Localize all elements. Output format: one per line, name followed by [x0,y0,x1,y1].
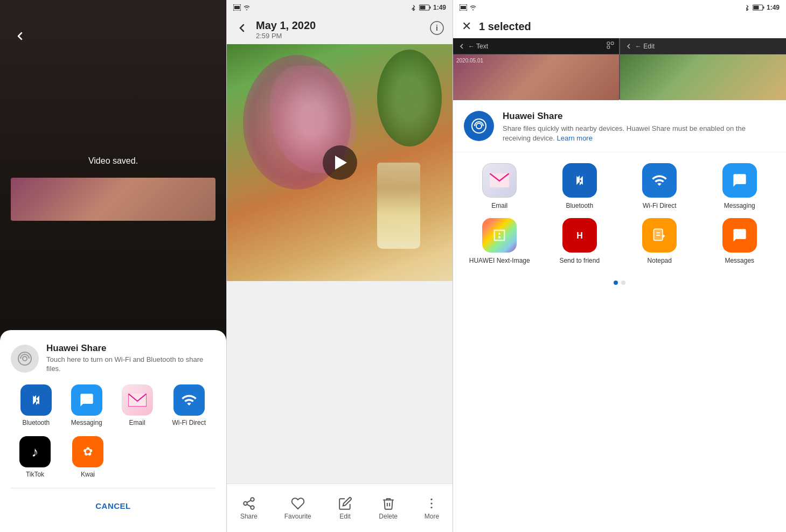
share-app-messaging[interactable]: Messaging [71,384,102,426]
svg-line-13 [247,504,251,506]
battery-icon [419,4,431,11]
panel3-app-huawei-image[interactable]: HUAWEI Next-Image [464,218,535,264]
bluetooth-status-icon [409,4,417,11]
share-app-wifidirect[interactable]: Wi-Fi Direct [172,384,206,426]
wifidirect-app-icon [173,384,205,416]
panel3-app-messages[interactable]: Messages [704,218,776,264]
wifidirect-label: Wi-Fi Direct [172,419,206,426]
panel3-wifidirect-icon [642,163,677,198]
share-apps-row1: Bluetooth Messaging Emai [11,384,215,426]
share-apps-row2: ♪ TikTok ✿ Kwai [11,436,215,478]
panel3-apps-grid: Email Bluetooth Wi-Fi Direct Messaging [453,152,786,275]
svg-rect-31 [654,229,663,241]
panel3-status-icons-right: 1:49 [743,4,780,11]
split-left-header: ← Text [453,38,619,54]
status-bar: 1:49 [227,0,453,15]
panel3-share-title: Huawei Share [503,111,775,122]
panel3-app-wifidirect[interactable]: Wi-Fi Direct [624,163,695,209]
cancel-button[interactable]: CANCEL [11,496,215,516]
tiktok-app-icon: ♪ [19,436,51,467]
svg-point-17 [431,506,433,508]
svg-text:H: H [576,231,583,240]
favourite-bottom-item[interactable]: Favourite [284,496,311,520]
svg-rect-25 [607,46,610,48]
huawei-share-icon [11,345,39,373]
play-button[interactable] [323,145,357,180]
back-button[interactable] [13,30,26,46]
gallery-date: May 1, 2020 [256,19,430,32]
delete-bottom-item[interactable]: Delete [379,496,398,520]
svg-point-26 [472,119,486,133]
split-right-header: ← Edit [620,38,786,54]
panel3-app-messaging[interactable]: Messaging [704,163,776,209]
drink-glass [377,163,420,249]
close-button[interactable]: ✕ [462,19,471,33]
svg-point-10 [251,498,254,501]
split-right-image [620,54,786,100]
panel3-huawei-image-label: HUAWEI Next-Image [469,257,530,264]
split-left-icon [606,41,615,51]
p3-time-display: 1:49 [767,4,780,11]
svg-point-27 [476,123,482,129]
wifi-icon [243,4,251,11]
divider [11,488,215,488]
panel3-email-label: Email [491,202,507,209]
svg-point-12 [251,506,254,509]
svg-point-15 [431,498,433,500]
split-left-panel: ← Text 2020.05.01 [453,38,619,100]
more-bottom-item[interactable]: More [425,496,439,520]
learn-more-link[interactable]: Learn more [557,134,592,142]
panel3-app-email[interactable]: Email [464,163,535,209]
panel3-send-friend-icon: H [562,218,597,253]
gallery-image[interactable] [227,44,453,281]
messaging-label: Messaging [71,419,102,426]
split-right-back-icon [624,42,633,51]
edit-label: Edit [339,513,351,520]
time-display: 1:49 [433,4,446,11]
split-right-label: ← Edit [635,43,655,50]
panel3-app-notepad[interactable]: Notepad [624,218,695,264]
share-sheet-header: Huawei Share Touch here to turn on Wi-Fi… [11,343,215,374]
gallery-time: 2:59 PM [256,32,430,40]
panel3-header: ✕ 1 selected [453,15,786,38]
split-left-image: 2020.05.01 [453,54,619,100]
p3-sim-icon [460,4,467,11]
more-label: More [425,513,439,520]
share-sheet-text: Huawei Share Touch here to turn on Wi-Fi… [46,343,215,374]
huawei-share-wifi-icon [471,118,487,134]
share-label: Share [240,513,258,520]
svg-rect-24 [611,42,614,45]
share-app-email[interactable]: Email [122,384,153,426]
gallery-header: May 1, 2020 2:59 PM i [227,15,453,44]
share-app-tiktok[interactable]: ♪ TikTok [19,436,51,478]
share-sheet-title: Huawei Share [46,343,215,354]
edit-bottom-item[interactable]: Edit [338,496,352,520]
tiktok-label: TikTok [26,471,44,478]
share-icon [242,496,256,510]
status-icons-left [233,4,251,11]
panel3-app-bluetooth[interactable]: Bluetooth [544,163,616,209]
video-thumbnail [11,178,215,221]
delete-label: Delete [379,513,398,520]
gallery-back-button[interactable] [235,22,248,38]
info-button[interactable]: i [430,21,444,38]
share-bottom-item[interactable]: Share [240,496,258,520]
svg-rect-22 [753,6,759,10]
split-left-back-icon [457,42,466,51]
delete-icon [381,496,395,510]
gallery-bottom-bar: Share Favourite Edit Delete [227,484,453,532]
messaging-app-icon [71,384,102,416]
svg-rect-4 [234,6,240,9]
panel3-share-description: Share files quickly with nearby devices.… [503,124,775,143]
panel3-status-icons-left [460,4,477,11]
share-app-bluetooth[interactable]: Bluetooth [20,384,52,426]
svg-line-14 [247,500,251,502]
p3-bluetooth-status-icon [743,4,750,11]
share-app-kwai[interactable]: ✿ Kwai [72,436,103,478]
panel3-huawei-image-icon [482,218,517,253]
panel3-app-send-friend[interactable]: H Send to friend [544,218,616,264]
panel3-share-text: Huawei Share Share files quickly with ne… [503,111,775,143]
panel3-wifidirect-label: Wi-Fi Direct [643,202,677,209]
video-saved-toast: Video saved. [0,156,226,166]
share-sheet: Huawei Share Touch here to turn on Wi-Fi… [0,330,226,532]
